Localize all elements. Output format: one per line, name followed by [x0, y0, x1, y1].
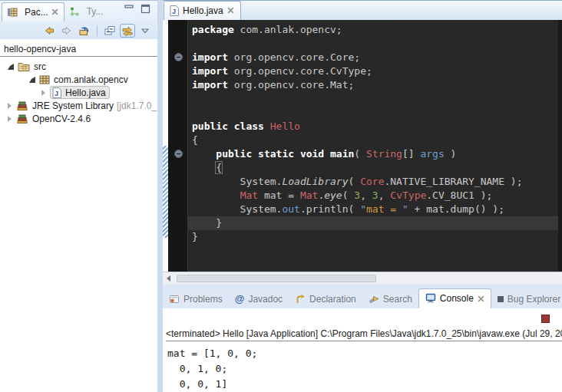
tab-hello-java[interactable]: J Hello.java: [164, 1, 241, 20]
link-with-editor-button[interactable]: [120, 24, 135, 38]
view-menu-button[interactable]: [137, 24, 153, 38]
terminate-button-icon[interactable]: [541, 315, 550, 323]
console-output-line: mat = [1, 0, 0;: [167, 346, 562, 361]
tree-item-label: OpenCV-2.4.6: [32, 114, 91, 124]
code-line: System.out.println( "mat = " + mat.dump(…: [192, 203, 558, 216]
code-segment: org.opencv.core.Core;: [228, 51, 360, 63]
overview-ruler[interactable]: [558, 20, 562, 272]
console-panel: Problems @ Javadoc Declaration Search Co…: [163, 287, 562, 392]
tree-item-label: Hello.java: [65, 87, 106, 98]
tree-item-jre-library[interactable]: JRE System Library [jdk1.7.0_25]: [0, 99, 157, 112]
fold-minus-icon[interactable]: [174, 53, 183, 61]
expand-arrow-icon[interactable]: [8, 64, 14, 70]
tree-item-decorator: [jdk1.7.0_25]: [117, 100, 157, 111]
window-buttons: [124, 1, 157, 14]
fold-minus-icon[interactable]: [174, 150, 183, 158]
code-segment: {: [216, 162, 222, 173]
fold-gutter[interactable]: [168, 20, 188, 272]
tab-label: Pac...: [25, 7, 48, 18]
code-segment: []: [402, 148, 420, 160]
code-segment: .CV_8UC1 );: [426, 189, 492, 201]
tab-label: Problems: [183, 294, 223, 305]
tab-console[interactable]: Console: [418, 288, 491, 308]
horizontal-scrollbar[interactable]: [163, 272, 562, 284]
tab-search[interactable]: Search: [362, 291, 418, 308]
code-line: System.LoadLibrary( Core.NATIVE_LIBRARY_…: [192, 175, 558, 189]
tab-label: Declaration: [309, 294, 356, 305]
code-segment: public class: [192, 120, 264, 132]
selected-item-highlight: J Hello.java: [50, 86, 110, 99]
tab-problems[interactable]: Problems: [163, 291, 229, 308]
project-tree: src com.anlak.opencv J Hello.java JRE Sy…: [0, 58, 157, 125]
code-line: public class Hello: [192, 120, 558, 133]
code-segment: System.: [192, 176, 282, 187]
tab-bug-explorer[interactable]: Bug Explorer: [491, 291, 562, 308]
forward-arrow-icon: [61, 25, 73, 37]
tab-package-explorer[interactable]: Pac...: [2, 2, 64, 21]
expand-arrow-icon[interactable]: [41, 90, 45, 96]
code-segment: [192, 189, 240, 201]
bottom-tabbar: Problems @ Javadoc Declaration Search Co…: [163, 287, 562, 308]
expand-arrow-icon[interactable]: [8, 103, 12, 109]
java-file-icon: J: [170, 5, 179, 16]
code-segment: }: [192, 217, 222, 229]
tab-label: Search: [383, 294, 412, 305]
code-segment: Hello: [270, 120, 300, 132]
scroll-left-arrow-icon[interactable]: [167, 275, 170, 282]
tab-label: Hello.java: [183, 5, 223, 16]
code-segment: mat =: [258, 189, 300, 201]
code-editor[interactable]: package com.anlak.opencv;import org.open…: [188, 20, 558, 272]
collapse-all-button[interactable]: [102, 24, 117, 38]
code-line: import org.opencv.core.CvType;: [192, 64, 558, 78]
code-line: }: [192, 230, 558, 244]
maximize-icon[interactable]: [140, 4, 151, 14]
project-header[interactable]: hello-opencv-java: [0, 44, 157, 57]
code-line: public static void main( String[] args ): [192, 147, 558, 161]
code-segment: ": [402, 203, 408, 215]
tab-type-hierarchy[interactable]: Ty...: [64, 2, 109, 21]
code-segment: [264, 120, 270, 132]
code-segment: eye: [324, 189, 342, 201]
tab-declaration[interactable]: Declaration: [289, 291, 362, 308]
link-with-editor-icon: [121, 25, 134, 37]
tree-item-src[interactable]: src: [0, 60, 157, 73]
forward-button[interactable]: [59, 24, 74, 38]
tree-item-label: com.anlak.opencv: [54, 74, 128, 85]
tab-javadoc[interactable]: @ Javadoc: [229, 290, 289, 308]
close-icon[interactable]: [478, 295, 484, 302]
code-segment: (: [354, 148, 366, 160]
expand-arrow-icon[interactable]: [8, 116, 12, 122]
expand-arrow-icon[interactable]: [29, 77, 35, 83]
code-segment: 3: [354, 189, 360, 201]
back-button[interactable]: [41, 24, 57, 38]
type-hierarchy-icon: [69, 6, 80, 17]
package-icon: [39, 75, 50, 84]
tab-label: Bug Explorer: [507, 294, 560, 305]
library-icon: [16, 114, 28, 124]
console-output[interactable]: mat = [1, 0, 0; 0, 1, 0; 0, 0, 1]: [163, 344, 562, 392]
tab-label: Javadoc: [248, 294, 283, 305]
code-segment: ,: [360, 189, 372, 201]
go-into-button[interactable]: [77, 24, 92, 38]
code-segment: String: [366, 148, 402, 160]
code-segment: [192, 162, 216, 173]
tree-item-opencv-library[interactable]: OpenCV-2.4.6: [0, 112, 157, 125]
code-segment: System.: [192, 203, 282, 215]
code-segment: mat =: [366, 203, 402, 215]
close-icon[interactable]: [51, 8, 58, 15]
tree-item-hello-java[interactable]: J Hello.java: [0, 86, 157, 99]
close-icon[interactable]: [227, 7, 234, 14]
code-segment: out: [282, 203, 299, 215]
minimize-icon[interactable]: [124, 4, 135, 14]
code-segment: }: [192, 231, 198, 242]
package-explorer-panel: Pac... Ty...: [0, 0, 157, 392]
code-segment: .println(: [300, 203, 360, 215]
problems-icon: [169, 294, 180, 305]
annotation-ruler[interactable]: [163, 20, 168, 272]
console-process-header: <terminated> Hello [Java Application] C:…: [166, 328, 562, 341]
vertical-sash[interactable]: [157, 0, 163, 392]
code-segment: com.anlak.opencv;: [234, 24, 342, 35]
code-segment: + mat.dump() );: [408, 203, 504, 215]
tree-item-package[interactable]: com.anlak.opencv: [0, 73, 157, 86]
scrollbar-thumb[interactable]: [177, 275, 376, 282]
